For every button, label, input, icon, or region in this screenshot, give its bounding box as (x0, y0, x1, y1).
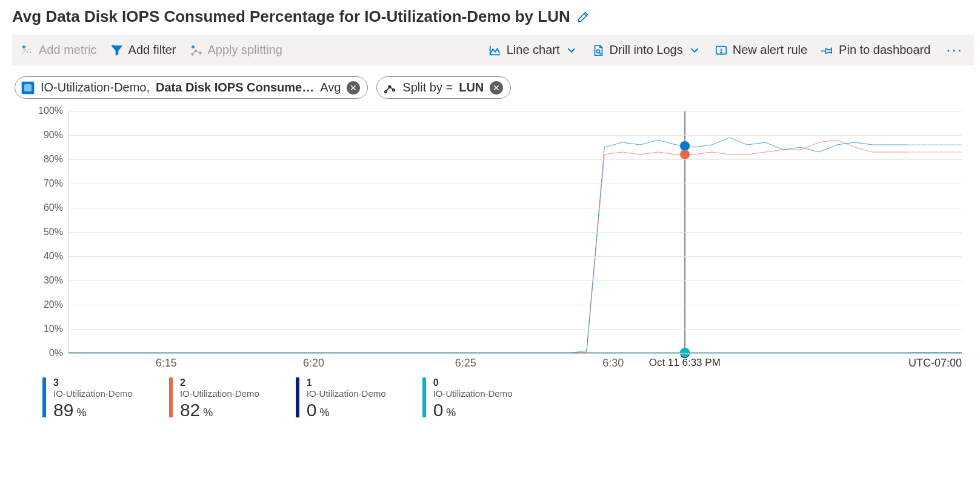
legend-resource: IO-Utilization-Demo (53, 388, 133, 399)
grid-line (68, 111, 962, 111)
x-tick: 6:25 (455, 357, 476, 370)
grid-line (68, 305, 962, 305)
legend-value: 89 % (53, 399, 133, 420)
grid-line (68, 208, 962, 208)
metric-pill-agg: Avg (320, 81, 341, 95)
apply-splitting-button[interactable]: Apply splitting (190, 43, 282, 57)
legend-series-name: 3 (53, 377, 133, 388)
legend-item[interactable]: 1IO-Utilization-Demo0 % (296, 377, 386, 420)
alert-icon (715, 44, 728, 57)
chart-type-label: Line chart (507, 43, 560, 57)
y-tick: 60% (44, 202, 63, 213)
legend-swatch (296, 377, 299, 417)
split-pill-icon (383, 81, 396, 95)
chevron-down-icon (565, 44, 578, 57)
add-filter-label: Add filter (128, 43, 176, 57)
y-tick: 40% (44, 251, 63, 262)
x-tick: 6:15 (156, 357, 177, 370)
split-pill[interactable]: Split by = LUN ✕ (376, 76, 511, 99)
legend-value: 0 % (433, 399, 513, 420)
metric-pill-name: Data Disk IOPS Consume… (156, 81, 314, 95)
add-metric-label: Add metric (39, 43, 97, 57)
y-tick: 50% (44, 227, 63, 237)
y-tick: 30% (44, 275, 63, 286)
add-metric-button[interactable]: Add metric (21, 43, 97, 57)
series-line (68, 140, 908, 353)
legend-series-name: 1 (307, 377, 386, 388)
line-chart-icon (488, 44, 502, 57)
svg-point-5 (721, 51, 722, 53)
y-tick: 0% (49, 348, 63, 359)
split-pill-prefix: Split by = (402, 81, 453, 95)
legend-series-name: 0 (433, 377, 513, 388)
new-alert-label: New alert rule (733, 43, 807, 57)
chart-title-row: Avg Data Disk IOPS Consumed Percentage f… (12, 5, 974, 31)
legend-item[interactable]: 0IO-Utilization-Demo0 % (422, 377, 513, 420)
timezone-label: UTC-07:00 (908, 357, 962, 370)
grid-line (68, 353, 962, 354)
pin-to-dashboard-button[interactable]: Pin to dashboard (821, 43, 930, 57)
pin-icon (821, 44, 834, 57)
chevron-down-icon (688, 44, 701, 57)
x-tick: 6:30 (602, 357, 624, 370)
chart-type-dropdown[interactable]: Line chart (488, 43, 578, 57)
legend-resource: IO-Utilization-Demo (307, 388, 386, 399)
add-metric-icon (21, 44, 34, 57)
metric-pill-resource: IO-Utilization-Demo, (41, 81, 150, 95)
grid-line (68, 281, 962, 281)
legend-swatch (422, 377, 426, 417)
filter-pills-row: IO-Utilization-Demo, Data Disk IOPS Cons… (12, 74, 974, 105)
edit-title-icon[interactable] (576, 10, 590, 24)
legend-swatch (42, 377, 46, 417)
apply-splitting-label: Apply splitting (208, 43, 282, 57)
more-options-button[interactable]: ··· (944, 41, 965, 59)
metrics-chart[interactable]: 0%10%20%30%40%50%60%70%80%90%100% UTC-07… (12, 111, 974, 365)
legend-item[interactable]: 3IO-Utilization-Demo89 % (42, 377, 133, 420)
hover-time-label: Oct 11 6:33 PM (649, 357, 721, 369)
plot-area[interactable] (68, 111, 962, 353)
grid-line (68, 329, 962, 330)
y-tick: 70% (44, 178, 63, 189)
grid-line (68, 232, 962, 233)
chart-toolbar: Add metric Add filter Apply splitting (12, 35, 974, 65)
close-icon[interactable]: ✕ (347, 81, 360, 95)
close-icon[interactable]: ✕ (490, 81, 503, 95)
filter-icon (110, 44, 124, 57)
x-axis: UTC-07:00 6:156:206:256:30Oct 11 6:33 PM (68, 354, 962, 373)
legend-resource: IO-Utilization-Demo (180, 388, 259, 399)
legend-resource: IO-Utilization-Demo (433, 388, 513, 399)
legend-swatch (169, 377, 173, 417)
drill-logs-label: Drill into Logs (610, 43, 683, 57)
resource-icon (21, 81, 35, 95)
legend-series-name: 2 (180, 377, 259, 388)
drill-logs-dropdown[interactable]: Drill into Logs (592, 43, 701, 57)
y-tick: 20% (44, 299, 63, 310)
new-alert-rule-button[interactable]: New alert rule (715, 43, 807, 57)
y-tick: 90% (44, 130, 63, 141)
pin-label: Pin to dashboard (839, 43, 930, 57)
y-tick: 10% (44, 324, 63, 334)
chart-legend: 3IO-Utilization-Demo89 %2IO-Utilization-… (12, 365, 974, 420)
y-tick: 80% (44, 154, 63, 165)
legend-value: 0 % (307, 399, 386, 420)
logs-icon (592, 44, 605, 57)
grid-line (68, 159, 962, 160)
add-filter-button[interactable]: Add filter (110, 43, 176, 57)
legend-item[interactable]: 2IO-Utilization-Demo82 % (169, 377, 259, 420)
grid-line (68, 256, 962, 257)
grid-line (68, 135, 962, 136)
y-tick: 100% (38, 105, 63, 116)
splitting-icon (190, 44, 203, 57)
grid-line (68, 184, 962, 184)
series-line (68, 138, 908, 353)
legend-value: 82 % (180, 399, 259, 420)
x-tick: 6:20 (303, 357, 324, 370)
split-pill-value: LUN (459, 81, 484, 95)
chart-title: Avg Data Disk IOPS Consumed Percentage f… (12, 7, 570, 26)
metric-pill[interactable]: IO-Utilization-Demo, Data Disk IOPS Cons… (15, 76, 368, 99)
